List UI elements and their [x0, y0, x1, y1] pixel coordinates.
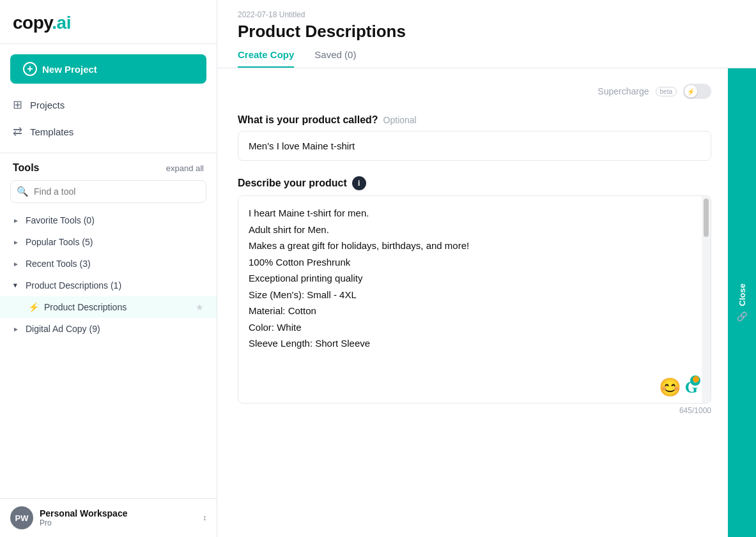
product-desc-wrap: I heart Maine t-shirt for men. Adult shi…	[238, 195, 711, 404]
breadcrumb: 2022-07-18 Untitled	[238, 10, 736, 19]
logo-area: copy.ai	[0, 0, 217, 44]
tool-group-product-desc[interactable]: ► Product Descriptions (1)	[0, 275, 217, 296]
share-icon: ⇄	[13, 125, 22, 139]
plus-icon: +	[23, 62, 37, 76]
product-name-input[interactable]	[238, 131, 711, 161]
product-descriptions-tool-item[interactable]: ⚡ Product Descriptions ★	[0, 296, 217, 318]
supercharge-bar: Supercharge beta ⚡	[238, 84, 711, 99]
textarea-scrollbar	[702, 196, 711, 403]
nav-templates-label: Templates	[30, 126, 73, 137]
tool-group-popular[interactable]: ► Popular Tools (5)	[0, 231, 217, 253]
new-project-button[interactable]: + New Project	[10, 54, 206, 84]
chevron-right-icon: ►	[13, 217, 19, 224]
product-desc-tool-label: Product Descriptions	[44, 302, 127, 312]
page-title: Product Descriptions	[238, 22, 736, 42]
star-icon[interactable]: ★	[196, 302, 204, 312]
tab-create-copy[interactable]: Create Copy	[238, 49, 294, 68]
sub-item-left: ⚡ Product Descriptions	[28, 302, 127, 312]
emoji-icon: 😊	[659, 377, 681, 397]
workspace-left: PW Personal Workspace Pro	[10, 506, 127, 529]
tool-group-digital-ad[interactable]: ► Digital Ad Copy (9)	[0, 318, 217, 340]
close-panel-button[interactable]: 🔗 Close	[728, 68, 756, 537]
favorite-tools-label: Favorite Tools (0)	[26, 215, 95, 225]
sidebar-item-templates[interactable]: ⇄ Templates	[0, 118, 217, 145]
logo-text-main: copy	[13, 13, 52, 33]
tab-bar: Create Copy Saved (0)	[238, 49, 736, 68]
main-content: 2022-07-18 Untitled Product Descriptions…	[217, 0, 756, 537]
main-header: 2022-07-18 Untitled Product Descriptions…	[217, 0, 756, 68]
product-name-label: What is your product called? Optional	[238, 114, 711, 126]
tab-saved-count: (0)	[344, 49, 356, 60]
tool-groups-list: ► Favorite Tools (0) ► Popular Tools (5)…	[0, 209, 217, 498]
nav-projects-label: Projects	[30, 100, 65, 110]
tab-saved[interactable]: Saved (0)	[314, 49, 356, 68]
tools-section: Tools expand all 🔍 ► Favorite Tools (0) …	[0, 153, 217, 498]
logo-text-accent: .ai	[52, 13, 71, 33]
chevron-down-icon: ►	[12, 282, 19, 289]
supercharge-toggle[interactable]: ⚡	[683, 84, 711, 99]
tool-group-recent[interactable]: ► Recent Tools (3)	[0, 253, 217, 275]
avatar: PW	[10, 506, 33, 529]
recent-tools-label: Recent Tools (3)	[26, 259, 91, 269]
nav-items: ⊞ Projects ⇄ Templates	[0, 84, 217, 153]
chevron-right-icon: ►	[13, 261, 19, 268]
sidebar: copy.ai + New Project ⊞ Projects ⇄ Templ…	[0, 0, 217, 537]
digital-ad-label: Digital Ad Copy (9)	[26, 324, 100, 334]
tools-title: Tools	[13, 162, 39, 174]
search-icon: 🔍	[17, 186, 29, 197]
toggle-thumb: ⚡	[684, 85, 697, 98]
beta-badge: beta	[656, 87, 677, 96]
product-desc-label: Describe your product i	[238, 176, 711, 190]
tab-saved-label: Saved	[314, 49, 342, 60]
product-desc-group-label: Product Descriptions (1)	[26, 280, 121, 291]
workspace-name: Personal Workspace	[40, 508, 127, 518]
lightning-icon: ⚡	[28, 302, 39, 312]
sidebar-item-projects[interactable]: ⊞ Projects	[0, 91, 217, 118]
workspace-bar[interactable]: PW Personal Workspace Pro ↕	[0, 498, 217, 537]
workspace-plan: Pro	[40, 518, 127, 527]
emoji-icon-wrap: 😊	[659, 377, 681, 398]
scrollbar-thumb	[704, 199, 709, 237]
supercharge-label: Supercharge	[598, 86, 649, 96]
grid-icon: ⊞	[13, 98, 22, 112]
popular-tools-label: Popular Tools (5)	[26, 237, 93, 247]
form-panel: Supercharge beta ⚡ What is your product …	[217, 68, 756, 537]
tab-create-copy-label: Create Copy	[238, 49, 294, 60]
chevron-right-icon: ►	[13, 326, 19, 333]
chevron-updown-icon: ↕	[203, 513, 206, 522]
search-input[interactable]	[10, 180, 206, 203]
workspace-info: Personal Workspace Pro	[40, 508, 127, 527]
chevron-right-icon: ►	[13, 239, 19, 246]
orange-dot	[693, 376, 699, 382]
tool-group-favorite[interactable]: ► Favorite Tools (0)	[0, 209, 217, 231]
logo: copy.ai	[13, 13, 204, 33]
char-count: 645/1000	[238, 406, 711, 415]
new-project-label: New Project	[42, 64, 97, 75]
tool-search-box: 🔍	[10, 180, 206, 203]
close-panel-label: 🔗 Close	[737, 284, 747, 322]
main-body: Supercharge beta ⚡ What is your product …	[217, 68, 756, 537]
emoji-tools: 😊 G 2	[659, 377, 698, 398]
info-icon[interactable]: i	[352, 176, 366, 190]
expand-all-button[interactable]: expand all	[166, 163, 204, 173]
tools-header: Tools expand all	[0, 153, 217, 180]
product-desc-textarea[interactable]: I heart Maine t-shirt for men. Adult shi…	[238, 196, 711, 400]
optional-text: Optional	[383, 115, 417, 125]
